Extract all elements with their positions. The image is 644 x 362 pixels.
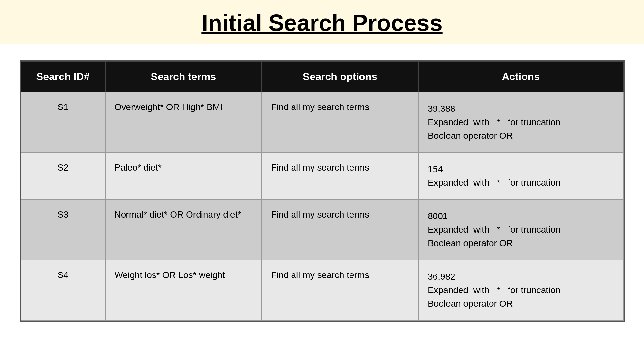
cell-id: S4 <box>21 260 105 320</box>
header-id: Search ID# <box>21 61 105 92</box>
table-container: Search ID# Search terms Search options A… <box>20 60 625 322</box>
header-section: Initial Search Process <box>0 0 644 44</box>
page-wrapper: Initial Search Process Search ID# Search… <box>0 0 644 362</box>
page-title: Initial Search Process <box>0 10 644 36</box>
cell-terms: Overweight* OR High* BMI <box>105 92 262 153</box>
cell-options: Find all my search terms <box>262 200 418 260</box>
table-row: S4Weight los* OR Los* weightFind all my … <box>21 260 623 320</box>
table-row: S1Overweight* OR High* BMIFind all my se… <box>21 92 623 153</box>
cell-terms: Weight los* OR Los* weight <box>105 260 262 320</box>
cell-options: Find all my search terms <box>262 153 418 200</box>
cell-id: S2 <box>21 153 105 200</box>
cell-id: S1 <box>21 92 105 153</box>
table-row: S3Normal* diet* OR Ordinary diet*Find al… <box>21 200 623 260</box>
cell-terms: Normal* diet* OR Ordinary diet* <box>105 200 262 260</box>
table-row: S2Paleo* diet*Find all my search terms15… <box>21 153 623 200</box>
search-table: Search ID# Search terms Search options A… <box>21 61 624 321</box>
cell-actions: 36,982Expanded with * for truncationBool… <box>418 260 623 320</box>
cell-actions: 154Expanded with * for truncation <box>418 153 623 200</box>
table-body: S1Overweight* OR High* BMIFind all my se… <box>21 92 623 320</box>
header-actions: Actions <box>418 61 623 92</box>
cell-options: Find all my search terms <box>262 260 418 320</box>
cell-actions: 39,388Expanded with * for truncationBool… <box>418 92 623 153</box>
cell-id: S3 <box>21 200 105 260</box>
cell-actions: 8001Expanded with * for truncationBoolea… <box>418 200 623 260</box>
table-header-row: Search ID# Search terms Search options A… <box>21 61 623 92</box>
cell-terms: Paleo* diet* <box>105 153 262 200</box>
header-terms: Search terms <box>105 61 262 92</box>
cell-options: Find all my search terms <box>262 92 418 153</box>
header-options: Search options <box>262 61 418 92</box>
